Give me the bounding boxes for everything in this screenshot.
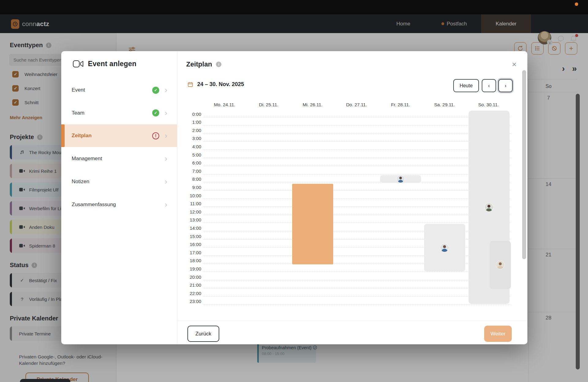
- hour-label: 6:00: [185, 160, 201, 165]
- hour-label: 8:00: [185, 176, 201, 182]
- day-header: Di. 25.11.: [247, 102, 291, 107]
- hour-label: 23:00: [185, 299, 201, 304]
- step-label: Notizen: [72, 179, 165, 185]
- chevron-right-icon: ›: [165, 177, 177, 186]
- hour-gridline: [203, 125, 511, 125]
- app-root: connactz HomePostfachKalender ⌄ Eventtyp…: [0, 0, 588, 382]
- hour-gridline: [203, 166, 511, 166]
- hour-gridline: [203, 141, 511, 142]
- previous-week-button[interactable]: ‹: [482, 79, 496, 92]
- hour-gridline: [203, 199, 511, 199]
- calendar-event-busy[interactable]: [424, 224, 465, 271]
- day-header: Mo. 24.11.: [203, 102, 247, 107]
- next-week-button[interactable]: ›: [498, 79, 513, 92]
- close-icon[interactable]: ×: [510, 60, 519, 69]
- chevron-right-icon: ›: [165, 109, 177, 117]
- hour-gridline: [203, 182, 511, 182]
- calendar-icon: [187, 81, 193, 87]
- hour-label: 2:00: [185, 128, 201, 133]
- hour-gridline: [203, 174, 511, 174]
- panel-title-wrap: Zeitplan i: [186, 60, 221, 68]
- info-icon[interactable]: i: [216, 62, 221, 67]
- hour-gridline: [203, 190, 511, 191]
- panel-title: Zeitplan: [186, 60, 212, 68]
- hour-label: 1:00: [185, 119, 201, 125]
- event-anlegen-modal: Event anlegen Event✓›Team✓›Zeitplan!›Man…: [61, 51, 527, 344]
- hour-label: 0:00: [185, 112, 201, 117]
- hour-gridline: [203, 272, 511, 272]
- hour-label: 3:00: [185, 136, 201, 141]
- step-done-icon: ✓: [152, 87, 159, 94]
- hour-label: 13:00: [185, 217, 201, 222]
- hour-label: 4:00: [185, 144, 201, 149]
- hour-gridline: [203, 158, 511, 158]
- hour-gridline: [203, 288, 511, 288]
- hour-label: 22:00: [185, 291, 201, 296]
- modal-header: Event anlegen: [73, 60, 137, 68]
- hour-label: 7:00: [185, 168, 201, 174]
- step-team[interactable]: Team✓›: [61, 102, 177, 124]
- step-label: Zeitplan: [72, 133, 152, 139]
- date-range-row: 24 – 30. Nov. 2025: [187, 81, 244, 88]
- hour-gridline: [203, 280, 511, 280]
- hour-label: 11:00: [185, 201, 201, 206]
- participant-avatar: [496, 261, 504, 269]
- panel-scrollbar[interactable]: [522, 70, 526, 259]
- step-error-icon: !: [152, 132, 159, 139]
- step-done-icon: ✓: [152, 109, 159, 116]
- step-label: Team: [72, 110, 152, 116]
- step-zusammenfassung[interactable]: Zusammenfassung›: [61, 193, 177, 216]
- participant-avatar: [397, 175, 404, 183]
- calendar-event-busy-overlap[interactable]: [490, 241, 511, 289]
- hour-label: 21:00: [185, 282, 201, 288]
- hour-gridline: [203, 215, 511, 215]
- day-header: So. 30.11.: [467, 102, 511, 107]
- hour-label: 15:00: [185, 234, 201, 239]
- calendar-event-busy[interactable]: [380, 175, 421, 183]
- hour-gridline: [203, 117, 511, 117]
- hour-label: 17:00: [185, 250, 201, 255]
- today-button[interactable]: Heute: [453, 79, 479, 92]
- back-button[interactable]: Zurück: [187, 326, 219, 342]
- hour-gridline: [203, 223, 511, 223]
- video-camera-icon: [73, 60, 84, 68]
- hour-label: 16:00: [185, 242, 201, 247]
- hour-label: 12:00: [185, 209, 201, 214]
- next-button[interactable]: Weiter: [484, 326, 512, 342]
- date-range: 24 – 30. Nov. 2025: [197, 81, 244, 88]
- chevron-right-icon: ›: [165, 86, 177, 94]
- hour-gridline: [203, 206, 511, 207]
- hour-gridline: [203, 296, 511, 297]
- participant-avatar: [485, 203, 493, 211]
- modal-title: Event anlegen: [88, 60, 137, 68]
- active-step-bar: [61, 124, 65, 147]
- step-label: Event: [72, 87, 152, 93]
- step-zeitplan[interactable]: Zeitplan!›: [61, 124, 177, 147]
- hour-label: 10:00: [185, 193, 201, 198]
- chevron-right-icon: ›: [165, 131, 177, 140]
- participant-avatar: [440, 244, 449, 252]
- day-header: Fr. 28.11.: [379, 102, 422, 107]
- calendar-event-selection[interactable]: [292, 184, 333, 264]
- chevron-right-icon: ›: [165, 200, 177, 209]
- step-event[interactable]: Event✓›: [61, 79, 177, 101]
- recording-indicator-dot: [575, 2, 578, 6]
- hour-label: 14:00: [185, 225, 201, 231]
- step-label: Management: [72, 156, 165, 162]
- footer-divider: [177, 321, 527, 321]
- hour-gridline: [203, 133, 511, 134]
- hour-label: 19:00: [185, 266, 201, 271]
- step-notizen[interactable]: Notizen›: [61, 170, 177, 193]
- chevron-right-icon: ›: [165, 154, 177, 163]
- step-management[interactable]: Management›: [61, 147, 177, 170]
- hour-gridline: [203, 304, 511, 304]
- day-header: Do. 27.11.: [335, 102, 379, 107]
- step-label: Zusammenfassung: [72, 202, 165, 208]
- day-header: Mi. 26.11.: [291, 102, 334, 107]
- hour-gridline: [203, 149, 511, 150]
- hour-label: 5:00: [185, 152, 201, 157]
- hour-label: 20:00: [185, 274, 201, 280]
- hour-label: 9:00: [185, 185, 201, 190]
- modal-column-divider: [177, 51, 177, 344]
- day-header: Sa. 29.11.: [423, 102, 466, 107]
